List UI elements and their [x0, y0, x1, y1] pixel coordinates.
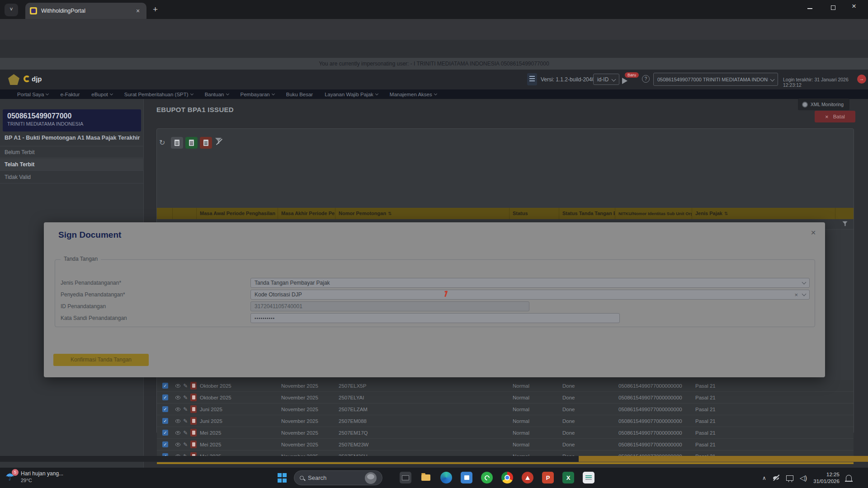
logout-button[interactable]: →: [857, 75, 866, 84]
pdf-icon[interactable]: [190, 417, 197, 425]
nav-layanan-wajib-pajak[interactable]: Layanan Wajib Pajak: [325, 92, 378, 97]
nav-bantuan[interactable]: Bantuan: [205, 92, 229, 97]
view-icon[interactable]: [175, 419, 180, 423]
edit-icon[interactable]: ✎: [183, 406, 188, 413]
pdf-icon[interactable]: [190, 441, 197, 448]
task-view-icon[interactable]: [400, 472, 411, 483]
header-status-ttd[interactable]: Status Tanda Tangan Elektronik...: [559, 208, 615, 219]
filter-funnel-icon[interactable]: [842, 221, 847, 224]
browser-tab[interactable]: WithholdingPortal ×: [25, 3, 146, 19]
xml-monitoring-button[interactable]: XML Monitoring: [798, 99, 849, 110]
whatsapp-icon[interactable]: [481, 472, 493, 483]
notepad-icon[interactable]: [583, 472, 594, 483]
penyedia-select[interactable]: Kode Otorisasi DJP ×: [250, 290, 810, 300]
tab-search-chevron-icon[interactable]: ˅: [5, 4, 18, 16]
taskbar-search[interactable]: Search: [294, 470, 382, 485]
table-row[interactable]: ✓ ✎ Juni 2025 November 2025 2507EM088 No…: [157, 415, 854, 427]
view-icon[interactable]: [175, 408, 180, 411]
window-close-button[interactable]: ×: [852, 2, 856, 11]
microsoft-store-icon[interactable]: [461, 472, 472, 483]
nav-pembayaran[interactable]: Pembayaran: [241, 92, 274, 97]
volume-icon[interactable]: ◁): [800, 474, 807, 482]
jenis-value: Tanda Tangan Pembayar Pajak: [255, 280, 330, 286]
table-row[interactable]: ✓ ✎ Oktober 2025 November 2025 2507ELX5P…: [157, 380, 854, 392]
start-button[interactable]: [278, 473, 287, 483]
nav-portal-saya[interactable]: Portal Saya: [17, 92, 48, 97]
view-icon[interactable]: [175, 396, 180, 399]
edit-icon[interactable]: ✎: [183, 418, 188, 424]
row-checkbox[interactable]: ✓: [162, 406, 168, 412]
header-nomor-pemotongan[interactable]: Nomor Pemotongan⇅: [335, 208, 509, 219]
whats-new-button[interactable]: Baru: [620, 72, 641, 86]
refresh-icon[interactable]: ↻: [159, 138, 165, 147]
export-excel-button[interactable]: [185, 137, 198, 149]
cell-status: Normal: [509, 430, 559, 436]
sidebar-item-belum-terbit[interactable]: Belum Terbit: [0, 146, 144, 158]
view-icon[interactable]: [175, 384, 180, 388]
cancel-button[interactable]: × Batal: [815, 111, 855, 122]
pdf-icon[interactable]: [190, 394, 197, 401]
row-checkbox[interactable]: ✓: [162, 441, 168, 447]
eye-slash-icon[interactable]: [773, 474, 780, 482]
excel-icon[interactable]: X: [562, 472, 574, 483]
table-row[interactable]: ✓ ✎ Oktober 2025 November 2025 2507ELYAI…: [157, 392, 854, 404]
row-checkbox[interactable]: ✓: [162, 383, 168, 389]
account-select[interactable]: 0508615499077000 TRINITI MEDIATAMA INDON…: [653, 73, 778, 86]
export-csv-button[interactable]: [171, 137, 183, 149]
hidden-icons-chevron[interactable]: ∧: [762, 475, 766, 481]
table-row[interactable]: ✓ ✎ Juni 2025 November 2025 2507ELZAM No…: [157, 404, 854, 415]
sidebar-item-tidak-valid[interactable]: Tidak Valid: [0, 171, 144, 183]
edge-browser-icon[interactable]: [440, 472, 452, 483]
weather-headline[interactable]: Hari hujan yang...: [21, 470, 63, 477]
nav-buku-besar[interactable]: Buku Besar: [286, 92, 313, 97]
window-minimize-button[interactable]: [807, 8, 812, 9]
edit-icon[interactable]: ✎: [183, 441, 188, 448]
red-app-icon[interactable]: [522, 472, 533, 483]
row-checkbox[interactable]: ✓: [162, 418, 168, 424]
tab-close-icon[interactable]: ×: [134, 7, 142, 14]
document-icon[interactable]: [527, 73, 537, 85]
id-input[interactable]: 3172041105740001: [250, 301, 529, 311]
clock[interactable]: 12:25 31/01/2026: [813, 471, 840, 485]
network-icon[interactable]: [786, 475, 793, 481]
header-masa-akhir[interactable]: Masa Akhir Periode Penghasilan...: [278, 208, 335, 219]
pdf-icon[interactable]: [190, 405, 197, 413]
table-row[interactable]: ✓ ✎ Mei 2025 November 2025 2507EM17Q Nor…: [157, 427, 854, 439]
clear-icon[interactable]: ×: [794, 291, 798, 298]
table-row[interactable]: ✓ ✎ Mei 2025 November 2025 2507EM23W Nor…: [157, 439, 854, 450]
header-masa-awal[interactable]: Masa Awal Periode Penghasilan⇅: [197, 208, 278, 219]
view-icon[interactable]: [175, 431, 180, 435]
window-maximize-button[interactable]: [831, 5, 835, 10]
pdf-icon[interactable]: [190, 382, 197, 389]
chrome-icon[interactable]: [501, 472, 513, 483]
header-nitku[interactable]: NITKU/Nomor Identitas Sub Unit Organisas…: [615, 208, 692, 219]
header-status[interactable]: Status: [509, 208, 559, 219]
row-checkbox[interactable]: ✓: [162, 430, 168, 436]
password-input[interactable]: ••••••••••: [250, 313, 620, 323]
edit-icon[interactable]: ✎: [183, 394, 188, 401]
sidebar-item-telah-terbit[interactable]: Telah Terbit: [0, 159, 144, 171]
view-icon[interactable]: [175, 443, 180, 446]
language-select[interactable]: id-ID: [593, 74, 619, 85]
nav-manajemen-akses[interactable]: Manajemen Akses: [390, 92, 437, 97]
clear-filter-icon[interactable]: [215, 138, 223, 146]
nav-ebupot[interactable]: eBupot: [91, 92, 112, 97]
powerpoint-icon[interactable]: P: [542, 472, 554, 483]
help-icon[interactable]: ?: [642, 75, 650, 83]
export-pdf-button[interactable]: [200, 137, 212, 149]
new-tab-button[interactable]: +: [153, 5, 158, 14]
edit-icon[interactable]: ✎: [183, 430, 188, 436]
pdf-icon[interactable]: [190, 429, 197, 436]
modal-close-icon[interactable]: ×: [809, 228, 818, 238]
file-explorer-icon[interactable]: [420, 472, 432, 483]
jenis-select[interactable]: Tanda Tangan Pembayar Pajak: [250, 278, 810, 288]
tray-date: 31/01/2026: [813, 478, 840, 485]
nav-e-faktur[interactable]: e-Faktur: [60, 92, 80, 97]
confirm-signature-button[interactable]: Konfirmasi Tanda Tangan: [53, 354, 149, 366]
edit-icon[interactable]: ✎: [183, 383, 188, 389]
sort-icon: ⇅: [724, 211, 728, 216]
notification-bell-icon[interactable]: [846, 475, 852, 481]
header-jenis-pajak[interactable]: Jenis Pajak⇅: [692, 208, 835, 219]
row-checkbox[interactable]: ✓: [162, 394, 168, 400]
nav-spt[interactable]: Surat Pemberitahuan (SPT): [124, 92, 193, 97]
